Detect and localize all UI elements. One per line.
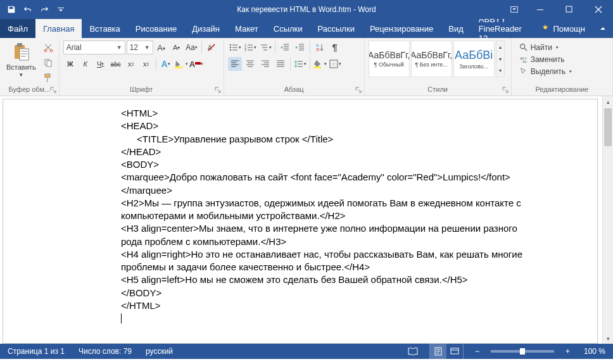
svg-text:A: A: [316, 43, 319, 47]
increase-indent-button[interactable]: [293, 41, 307, 54]
maximize-button[interactable]: [555, 0, 584, 19]
svg-rect-2: [566, 6, 572, 12]
styles-expand[interactable]: ▾: [496, 65, 504, 77]
clear-formatting-button[interactable]: A: [205, 41, 218, 54]
subscript-button[interactable]: x2: [124, 57, 138, 71]
underline-button[interactable]: Ч▾: [94, 57, 108, 71]
styles-scroll-up[interactable]: ▴: [496, 41, 504, 53]
page-number-status[interactable]: Страница 1 из 1: [5, 344, 67, 359]
close-button[interactable]: [584, 0, 613, 19]
svg-rect-13: [175, 66, 182, 68]
text-effects-button[interactable]: A▾: [159, 57, 173, 71]
doc-line: <H3 align=center>Мы знаем, что в интерне…: [121, 222, 539, 248]
show-marks-button[interactable]: ¶: [328, 41, 342, 54]
justify-button[interactable]: [274, 57, 288, 71]
vertical-scrollbar[interactable]: ▴ ▾: [602, 96, 613, 344]
scroll-thumb[interactable]: [604, 108, 612, 146]
read-mode-icon[interactable]: [405, 344, 420, 359]
tab-file[interactable]: Файл: [0, 19, 35, 38]
styles-gallery-scroll[interactable]: ▴ ▾ ▾: [496, 41, 505, 77]
zoom-in-button[interactable]: +: [563, 344, 572, 359]
svg-rect-14: [195, 62, 201, 65]
zoom-slider-knob[interactable]: [520, 348, 525, 355]
group-clipboard: Вставить ▼ Буфер обм...: [0, 38, 60, 96]
format-painter-button[interactable]: [41, 71, 55, 85]
superscript-button[interactable]: x2: [139, 57, 153, 71]
style-heading1[interactable]: АаБбВі Заголово...: [453, 41, 495, 77]
paste-button[interactable]: Вставить ▼: [4, 41, 39, 79]
shrink-font-button[interactable]: A▾: [170, 41, 184, 54]
tab-review[interactable]: Рецензирование: [362, 19, 441, 38]
scroll-up-button[interactable]: ▴: [603, 96, 613, 107]
bullets-button[interactable]: ▾: [228, 41, 242, 54]
clipboard-dialog-launcher[interactable]: [49, 85, 58, 94]
zoom-out-button[interactable]: −: [472, 344, 482, 359]
select-button[interactable]: Выделить▾: [517, 66, 574, 77]
replace-button[interactable]: abac Заменить: [517, 54, 567, 65]
doc-line: </HEAD>: [121, 146, 597, 158]
font-color-button[interactable]: A▾: [189, 57, 203, 71]
tab-mailings[interactable]: Рассылки: [310, 19, 362, 38]
window-title: Как перевести HTML в Word.htm - Word: [237, 5, 376, 14]
change-case-button[interactable]: Aa▾: [185, 41, 199, 54]
svg-rect-29: [451, 348, 458, 354]
sort-button[interactable]: AЯ: [313, 41, 327, 54]
strikethrough-button[interactable]: abc: [109, 57, 123, 71]
language-status[interactable]: русский: [143, 344, 175, 359]
zoom-level-button[interactable]: 100 %: [581, 344, 608, 359]
style-no-spacing[interactable]: АаБбВвГг, ¶ Без инте...: [411, 41, 452, 77]
paragraph-dialog-launcher[interactable]: [354, 85, 363, 94]
ribbon-display-options-button[interactable]: [503, 0, 526, 19]
collapse-ribbon-button[interactable]: [593, 19, 613, 38]
align-left-button[interactable]: [228, 57, 242, 71]
styles-dialog-launcher[interactable]: [501, 85, 510, 94]
redo-button[interactable]: [37, 2, 52, 17]
web-layout-view-button[interactable]: [446, 344, 463, 359]
line-spacing-button[interactable]: ▾: [293, 57, 307, 71]
document-page[interactable]: <HTML> <HEAD> <TITLE>Управление разрывом…: [3, 99, 598, 344]
tab-insert[interactable]: Вставка: [82, 19, 127, 38]
shading-button[interactable]: ▾: [313, 57, 327, 71]
tab-design[interactable]: Дизайн: [184, 19, 227, 38]
tell-me-button[interactable]: Помощн: [534, 19, 593, 38]
font-size-combo[interactable]: 12▼: [127, 41, 153, 54]
undo-button[interactable]: [20, 2, 35, 17]
grow-font-button[interactable]: A▴: [155, 41, 168, 54]
tab-layout[interactable]: Макет: [227, 19, 266, 38]
italic-button[interactable]: К: [79, 57, 92, 71]
tab-references[interactable]: Ссылки: [266, 19, 310, 38]
align-center-button[interactable]: [243, 57, 257, 71]
styles-scroll-down[interactable]: ▾: [496, 53, 504, 65]
copy-button[interactable]: [41, 56, 55, 70]
word-count-status[interactable]: Число слов: 79: [76, 344, 134, 359]
cut-button[interactable]: [41, 41, 55, 54]
svg-rect-5: [17, 43, 22, 47]
font-dialog-launcher[interactable]: [213, 85, 222, 94]
scroll-down-button[interactable]: ▾: [603, 333, 613, 344]
doc-line: <HEAD>: [121, 120, 597, 132]
numbering-button[interactable]: 123▾: [243, 41, 257, 54]
tab-home[interactable]: Главная: [35, 19, 82, 38]
borders-button[interactable]: ▾: [328, 57, 342, 71]
tab-view[interactable]: Вид: [441, 19, 471, 38]
doc-cursor: [121, 312, 597, 325]
find-button[interactable]: Найти▾: [517, 42, 561, 53]
doc-line: <TITLE>Управление разрывом строк </Title…: [121, 133, 597, 146]
print-layout-view-button[interactable]: [430, 344, 446, 359]
zoom-slider[interactable]: [491, 350, 554, 353]
multilevel-list-button[interactable]: ▾: [258, 41, 272, 54]
align-right-button[interactable]: [258, 57, 272, 71]
minimize-button[interactable]: [526, 0, 555, 19]
select-label: Выделить: [531, 67, 566, 76]
document-area: <HTML> <HEAD> <TITLE>Управление разрывом…: [0, 96, 613, 344]
tab-abbyy[interactable]: ABBYY FineReader 12: [471, 19, 534, 38]
save-button[interactable]: [4, 2, 19, 17]
bold-button[interactable]: Ж: [63, 57, 77, 71]
style-normal[interactable]: АаБбВвГг, ¶ Обычный: [369, 41, 410, 77]
highlight-button[interactable]: ▾: [174, 57, 188, 71]
font-name-combo[interactable]: Arial▼: [63, 41, 125, 54]
qat-customize-button[interactable]: [53, 2, 68, 17]
decrease-indent-button[interactable]: [278, 41, 292, 54]
scroll-track[interactable]: [603, 107, 613, 333]
tab-draw[interactable]: Рисование: [128, 19, 184, 38]
